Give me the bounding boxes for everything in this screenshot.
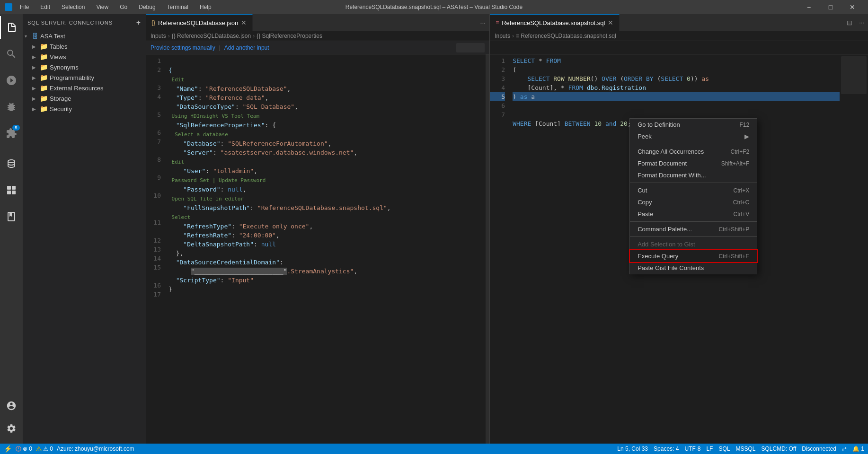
activity-extensions[interactable]: 5 — [0, 122, 23, 145]
left-breadcrumb: Inputs › {} ReferenceSQLDatabase.json › … — [146, 31, 489, 41]
left-editor-more[interactable]: ··· — [477, 14, 490, 31]
title-bar-left: File Edit Selection View Go Debug Termin… — [5, 3, 213, 11]
language-indicator[interactable]: SQL — [718, 445, 730, 452]
menu-edit[interactable]: Edit — [38, 3, 52, 11]
spaces-indicator[interactable]: Spaces: 4 — [654, 445, 679, 452]
tree-arrow-security: ▶ — [32, 106, 40, 112]
activity-pages[interactable] — [0, 179, 23, 201]
root-icon: 🗄 — [32, 33, 38, 40]
left-tab-close[interactable]: ✕ — [241, 19, 247, 26]
ctx-command-palette[interactable]: Command Palette... Ctrl+Shift+P — [630, 223, 757, 235]
svg-point-9 — [38, 450, 39, 451]
encoding-indicator[interactable]: UTF-8 — [684, 445, 700, 452]
extensions-badge: 5 — [12, 125, 20, 131]
left-tab-json[interactable]: {} ReferenceSQLDatabase.json ✕ — [146, 14, 253, 31]
notification-bell[interactable]: 🔔 1 — [852, 445, 864, 452]
minimize-button[interactable]: − — [798, 0, 820, 14]
remote-status-icon[interactable]: ⚡ — [4, 445, 12, 453]
add-connection-button[interactable]: + — [136, 18, 141, 27]
tree-label-tables: Tables — [50, 43, 68, 50]
activity-bar-bottom — [0, 394, 23, 440]
sidebar-header: SQL SERVER: CONNECTIONS + — [23, 14, 146, 31]
close-button[interactable]: ✕ — [841, 0, 863, 14]
ctx-format-doc-with[interactable]: Format Document With... — [630, 169, 757, 181]
tree-item-tables[interactable]: ▶ 📁 Tables — [23, 41, 146, 52]
menu-debug[interactable]: Debug — [137, 3, 157, 11]
eol-indicator[interactable]: LF — [706, 445, 713, 452]
right-tab-sql[interactable]: ≡ ReferenceSQLDatabase.snapshot.sql ✕ — [490, 14, 620, 31]
activity-accounts[interactable] — [0, 394, 23, 417]
ctx-change-all[interactable]: Change All Occurrences Ctrl+F2 — [630, 146, 757, 157]
menu-help[interactable]: Help — [198, 3, 213, 11]
menu-terminal[interactable]: Terminal — [165, 3, 190, 11]
activity-source-control[interactable] — [0, 69, 23, 92]
activity-sql-server[interactable] — [0, 152, 23, 175]
tree-item-root[interactable]: ▾ 🗄 ASA Test — [23, 31, 146, 41]
folder-icon-views: 📁 — [40, 53, 48, 61]
dialect-indicator[interactable]: MSSQL — [735, 445, 755, 452]
left-code-area[interactable]: { Edit "Name": "ReferenceSQLDatabase", "… — [165, 54, 486, 444]
maximize-button[interactable]: □ — [820, 0, 841, 14]
provide-settings-link[interactable]: Provide settings manually — [151, 44, 215, 51]
warning-count[interactable]: ⚠ 0 — [36, 445, 53, 452]
left-tab-bar: {} ReferenceSQLDatabase.json ✕ ··· — [146, 14, 489, 31]
activity-bar: 5 — [0, 14, 23, 444]
connection-status[interactable]: Disconnected — [802, 445, 836, 452]
tree-label-programmability: Programmability — [50, 74, 94, 81]
ctx-goto-definition[interactable]: Go to Definition F12 — [630, 119, 757, 131]
context-menu: Go to Definition F12 Peek ▶ Change All O… — [629, 118, 757, 274]
error-count[interactable]: ⊗ 0 — [16, 445, 32, 452]
folder-icon-storage: 📁 — [40, 95, 48, 102]
add-input-link[interactable]: Add another input — [224, 44, 269, 51]
ctx-paste-gist[interactable]: Paste Gist File Contents — [630, 262, 757, 274]
title-bar-menu[interactable]: File Edit Selection View Go Debug Termin… — [18, 3, 213, 11]
tree-item-views[interactable]: ▶ 📁 Views — [23, 52, 146, 62]
right-breadcrumb-inputs[interactable]: Inputs — [495, 33, 510, 39]
left-tab-label: ReferenceSQLDatabase.json — [158, 19, 238, 26]
ctx-execute-query[interactable]: Execute Query Ctrl+Shift+E — [630, 250, 757, 262]
ctx-add-gist: Add Selection to Gist — [630, 238, 757, 250]
tree-item-security[interactable]: ▶ 📁 Security — [23, 104, 146, 114]
sidebar-tree: ▾ 🗄 ASA Test ▶ 📁 Tables ▶ 📁 Views ▶ 📁 Sy… — [23, 31, 146, 444]
tree-item-programmability[interactable]: ▶ 📁 Programmability — [23, 72, 146, 83]
activity-search[interactable] — [0, 43, 23, 65]
status-bar-right: Ln 5, Col 33 Spaces: 4 UTF-8 LF SQL MSSQ… — [617, 445, 864, 452]
ctx-peek[interactable]: Peek ▶ — [630, 131, 757, 142]
menu-selection[interactable]: Selection — [60, 3, 87, 11]
activity-explorer[interactable] — [0, 16, 23, 39]
menu-go[interactable]: Go — [118, 3, 129, 11]
ctx-format-doc[interactable]: Format Document Shift+Alt+F — [630, 157, 757, 169]
activity-settings[interactable] — [0, 417, 23, 440]
split-editor-button[interactable]: ⊟ — [844, 19, 855, 26]
azure-account-status[interactable]: Azure: zhouyu@microsoft.com — [57, 445, 134, 452]
ctx-cut[interactable]: Cut Ctrl+X — [630, 184, 757, 196]
tree-item-external-resources[interactable]: ▶ 📁 External Resources — [23, 83, 146, 93]
right-breadcrumb-file[interactable]: ≡ ReferenceSQLDatabase.snapshot.sql — [516, 33, 616, 39]
activity-book[interactable] — [0, 205, 23, 228]
ctx-copy[interactable]: Copy Ctrl+C — [630, 196, 757, 208]
tree-item-storage[interactable]: ▶ 📁 Storage — [23, 93, 146, 104]
right-tab-close[interactable]: ✕ — [608, 19, 613, 26]
main-layout: 5 SQL SERVER: CONNECTIONS + — [0, 14, 868, 444]
left-editor-pane: {} ReferenceSQLDatabase.json ✕ ··· Input… — [146, 14, 490, 444]
tree-item-synonyms[interactable]: ▶ 📁 Synonyms — [23, 62, 146, 72]
tree-label-synonyms: Synonyms — [50, 64, 79, 71]
left-editor-content[interactable]: 12 34 5 67 8 9 10 11 12131415 1617 { Edi… — [146, 54, 489, 444]
sqlcmd-indicator[interactable]: SQLCMD: Off — [761, 445, 796, 452]
menu-view[interactable]: View — [94, 3, 110, 11]
breadcrumb-inputs[interactable]: Inputs — [151, 33, 166, 39]
remote-icon-status[interactable]: ⇄ — [842, 445, 847, 452]
json-tab-icon: {} — [151, 19, 155, 26]
ctx-paste[interactable]: Paste Ctrl+V — [630, 208, 757, 220]
folder-icon-ext: 📁 — [40, 84, 48, 92]
right-minimap — [840, 54, 868, 444]
menu-file[interactable]: File — [18, 3, 31, 11]
right-editor-more[interactable]: ··· — [855, 19, 868, 26]
breadcrumb-json-file[interactable]: {} ReferenceSQLDatabase.json — [172, 33, 251, 39]
window-controls[interactable]: − □ ✕ — [798, 0, 863, 14]
sidebar-header-actions[interactable]: + — [136, 18, 141, 27]
activity-debug[interactable] — [0, 96, 23, 118]
sql-tab-icon: ≡ — [496, 19, 499, 26]
cursor-position[interactable]: Ln 5, Col 33 — [617, 445, 648, 452]
breadcrumb-sql-ref[interactable]: {} SqlReferenceProperties — [257, 33, 322, 39]
